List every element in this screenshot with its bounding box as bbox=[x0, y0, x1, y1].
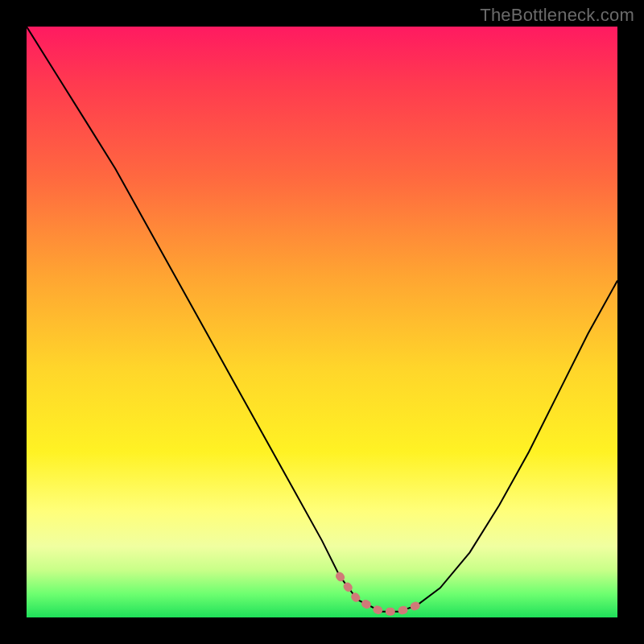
chart-curve bbox=[27, 27, 617, 612]
chart-plateau-highlight bbox=[340, 576, 416, 612]
watermark-text: TheBottleneck.com bbox=[480, 5, 634, 26]
chart-frame: TheBottleneck.com bbox=[0, 0, 644, 644]
chart-svg-layer bbox=[27, 27, 617, 617]
